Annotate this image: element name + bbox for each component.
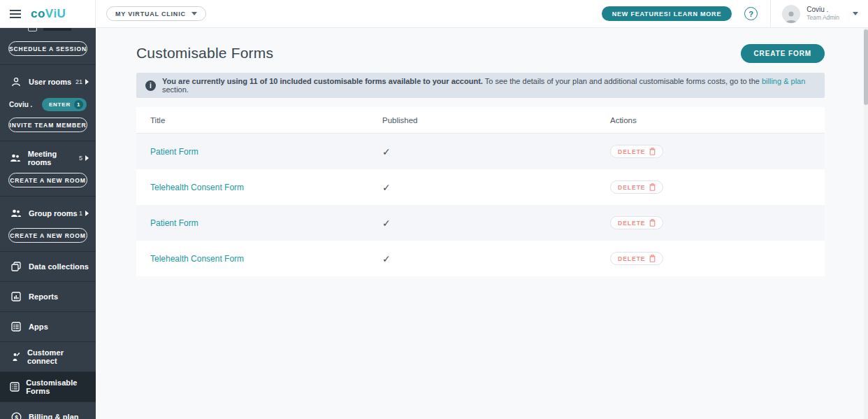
clinic-selector-label: MY VIRTUAL CLINIC (115, 10, 186, 17)
clipped-sidebar-item[interactable] (0, 28, 96, 38)
scrollbar-thumb[interactable] (864, 29, 868, 105)
customer-connect-icon (9, 352, 22, 362)
usage-banner: i You are currently using 11 of 10 inclu… (136, 73, 825, 98)
delete-button[interactable]: DELETE (610, 252, 663, 265)
logo-text-light: ViU (45, 7, 66, 20)
sidebar: SCHEDULE A SESSION User rooms 21 Coviu .… (0, 28, 96, 419)
apps-icon (9, 322, 23, 332)
published-check-icon: ✓ (382, 182, 610, 193)
form-title-link[interactable]: Patient Form (150, 147, 382, 157)
delete-label: DELETE (618, 220, 646, 227)
pages-icon (9, 262, 23, 271)
published-check-icon: ✓ (382, 218, 610, 229)
nav-label: Billing & plan (29, 413, 79, 419)
delete-label: DELETE (618, 184, 646, 191)
sidebar-item-reports[interactable]: Reports (0, 281, 96, 311)
group-rooms-label: Group rooms (29, 209, 78, 218)
new-features-button[interactable]: NEW FEATURES! LEARN MORE (602, 6, 732, 21)
scrollbar[interactable] (864, 28, 868, 419)
users-icon (9, 208, 23, 218)
logo-text-dark: co (31, 7, 45, 20)
help-icon[interactable]: ? (744, 7, 758, 20)
group-rooms-count-wrap: 1 (79, 210, 89, 217)
page-title: Customisable Forms (136, 45, 273, 62)
chevron-right-icon (85, 211, 89, 216)
sidebar-item-data-collections[interactable]: Data collections (0, 251, 96, 281)
hamburger-menu-icon[interactable] (10, 10, 21, 18)
sidebar-item-apps[interactable]: Apps (0, 311, 96, 341)
user-name: Coviu . (806, 6, 839, 14)
trash-icon (649, 255, 656, 262)
sidebar-item-user-rooms[interactable]: User rooms 21 (0, 69, 96, 94)
table-row: Telehealth Consent Form ✓ DELETE (136, 169, 825, 205)
chevron-right-icon (85, 79, 89, 85)
published-check-icon: ✓ (382, 146, 610, 157)
user-rooms-count: 21 (75, 78, 82, 85)
invite-team-member-button[interactable]: INVITE TEAM MEMBER (8, 118, 87, 132)
user-meta: Coviu . Team Admin (806, 6, 839, 21)
create-group-room-button[interactable]: CREATE A NEW ROOM (8, 228, 87, 243)
sidebar-item-customer-connect[interactable]: Customer connect (0, 341, 96, 371)
create-meeting-room-button[interactable]: CREATE A NEW ROOM (8, 173, 87, 187)
user-icon (9, 77, 23, 87)
sidebar-item-meeting-rooms[interactable]: Meeting rooms 5 (0, 145, 96, 170)
user-menu[interactable]: Coviu . Team Admin (770, 0, 868, 27)
user-rooms-label: User rooms (29, 78, 71, 86)
banner-text: You are currently using 11 of 10 include… (162, 77, 816, 94)
billing-plan-link[interactable]: billing & plan (762, 77, 805, 85)
meeting-rooms-count-wrap: 5 (79, 155, 89, 162)
enter-label: ENTER (49, 101, 71, 108)
avatar (782, 5, 800, 23)
form-title-link[interactable]: Telehealth Consent Form (150, 183, 382, 192)
banner-bold-text: You are currently using 11 of 10 include… (162, 77, 483, 85)
title-row: Customisable Forms CREATE FORM (136, 43, 825, 64)
enter-room-button[interactable]: ENTER 1 (42, 98, 87, 111)
divider (0, 64, 96, 65)
bar-chart-icon (9, 292, 23, 301)
forms-table: Title Published Actions Patient Form ✓ D… (136, 107, 825, 276)
schedule-session-button[interactable]: SCHEDULE A SESSION (8, 41, 87, 56)
help-wrap: ? (732, 7, 770, 20)
form-title-link[interactable]: Telehealth Consent Form (150, 254, 382, 264)
trash-icon (649, 219, 656, 227)
trash-icon (649, 183, 656, 191)
nav-label: Customer connect (27, 348, 89, 365)
column-header-title: Title (150, 116, 382, 125)
column-header-published: Published (382, 116, 610, 125)
info-icon: i (145, 80, 156, 91)
billing-icon: $ (9, 412, 23, 419)
sidebar-item-group-rooms[interactable]: Group rooms 1 (0, 201, 96, 225)
main-content: Customisable Forms CREATE FORM i You are… (96, 28, 868, 419)
sidebar-item-billing-plan[interactable]: $ Billing & plan (0, 402, 96, 419)
clinic-selector[interactable]: MY VIRTUAL CLINIC (106, 6, 206, 21)
chevron-right-icon (85, 155, 89, 161)
nav-label: Apps (29, 322, 48, 331)
sidebar-item-customisable-forms[interactable]: Customisable Forms (0, 371, 96, 402)
chevron-down-icon (853, 12, 858, 15)
top-header: coViU MY VIRTUAL CLINIC NEW FEATURES! LE… (0, 0, 868, 28)
table-row: Telehealth Consent Form ✓ DELETE (136, 241, 825, 276)
clipped-item-label (43, 28, 71, 31)
delete-label: DELETE (618, 148, 646, 155)
table-header-row: Title Published Actions (136, 107, 825, 134)
meeting-rooms-count: 5 (79, 155, 82, 162)
banner-plain-text: To see the details of your plan and addi… (483, 77, 762, 85)
user-role: Team Admin (806, 14, 839, 21)
chevron-down-icon (191, 12, 197, 15)
divider (0, 196, 96, 197)
nav-label: Customisable Forms (26, 378, 89, 395)
delete-button[interactable]: DELETE (610, 145, 663, 158)
trash-icon (649, 148, 656, 155)
room-entry: Coviu . ENTER 1 (0, 95, 96, 113)
divider (0, 141, 96, 141)
column-header-actions: Actions (610, 116, 825, 125)
create-form-button[interactable]: CREATE FORM (741, 44, 825, 63)
clipped-item-icon (28, 28, 37, 31)
delete-button[interactable]: DELETE (610, 180, 663, 194)
nav-label: Data collections (29, 262, 89, 271)
header-brand-area: coViU (0, 0, 96, 27)
form-title-link[interactable]: Patient Form (150, 218, 382, 228)
delete-button[interactable]: DELETE (610, 216, 663, 229)
group-rooms-count: 1 (79, 210, 82, 217)
coviu-logo[interactable]: coViU (31, 7, 66, 21)
